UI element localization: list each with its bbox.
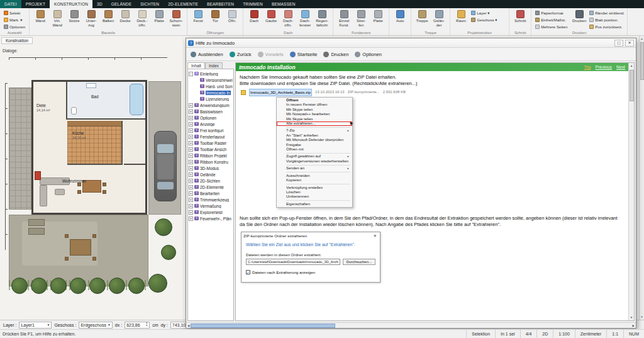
tree-item[interactable]: +Frei konfiguri	[189, 127, 233, 133]
expand-icon[interactable]: +	[189, 198, 193, 202]
tree-item[interactable]: +Explorerleist	[189, 209, 233, 215]
tree-item[interactable]: +Anwendungsum	[189, 102, 233, 108]
next-link[interactable]: Next	[616, 65, 625, 69]
context-menu-item[interactable]: An "Start" anheften	[277, 133, 352, 138]
context-menu-item[interactable]: 7-Zip▸	[277, 128, 352, 133]
tab-bearbeiten[interactable]: BEARBEITEN	[203, 0, 238, 8]
platte-button[interactable]: Platte	[151, 9, 167, 27]
dx-input[interactable]: 623,86▲▼	[125, 322, 150, 329]
balken-button[interactable]: Balken	[100, 9, 116, 27]
tab-konstruktion[interactable]: KONSTRUKTION	[50, 0, 92, 8]
tab-bemassen[interactable]: BEMASSEN	[267, 0, 300, 8]
help-horizontal-scrollbar[interactable]: ◀ ▶	[186, 322, 636, 328]
tree-item[interactable]: +Gelände	[189, 171, 233, 177]
expand-icon[interactable]: +	[189, 166, 193, 171]
streifenfundament-button[interactable]: Strei- fen	[353, 9, 369, 27]
context-menu-item[interactable]: Zugriff gewähren auf▸	[277, 154, 352, 159]
extract-path-input[interactable]	[246, 259, 340, 265]
regenfallrohr-button[interactable]: Regen- fallrohr	[314, 9, 330, 27]
expand-icon[interactable]: +	[189, 141, 193, 145]
tree-item[interactable]: +Ribbon Konstru	[189, 159, 233, 165]
schornstein-button[interactable]: Schorn- stein	[168, 9, 184, 27]
tree-item[interactable]: +Bearbeiten	[189, 190, 233, 196]
tab-index[interactable]: Index	[205, 62, 223, 69]
virt-wand-button[interactable]: Virt. Wand	[49, 9, 65, 27]
konstruktion-panel-tab[interactable]: Konstruktion	[1, 37, 33, 44]
spinner-icons[interactable]: ▲▼	[146, 322, 148, 327]
top-link[interactable]: Top	[584, 65, 591, 69]
scroll-down-icon[interactable]: ▼	[641, 314, 643, 320]
raender-einblenden-button[interactable]: Ränder einblend.	[588, 9, 625, 16]
einheit-massstab-button[interactable]: Einheit/Maßst.	[534, 16, 570, 23]
raum-button[interactable]: Raum	[453, 9, 469, 23]
context-menu-item[interactable]: Mit Notepad++ bearbeiten	[277, 112, 352, 116]
stuetze-button[interactable]: Stütze	[66, 9, 82, 27]
expand-icon[interactable]: +	[189, 172, 193, 177]
scrollbar-thumb[interactable]	[640, 42, 644, 80]
tab-inhalt[interactable]: Inhalt	[187, 62, 205, 69]
drucken-button[interactable]: Drucken	[571, 9, 587, 30]
schnitt-button[interactable]: Schnitt	[512, 9, 528, 23]
tree-item[interactable]: +Fensterlayout	[189, 133, 233, 140]
auto-button[interactable]: Auto	[392, 9, 408, 23]
tree-item[interactable]: +Ribbon Projekt	[189, 152, 233, 159]
expand-icon[interactable]: +	[189, 191, 193, 196]
expand-icon[interactable]: +	[189, 135, 193, 139]
tab-trimmen[interactable]: TRIMMEN	[238, 0, 267, 8]
context-menu-item[interactable]: Öffnen	[277, 98, 352, 103]
tree-item[interactable]: +2D-Sichten	[189, 177, 233, 184]
context-menu-item[interactable]: Verknüpfung erstellen	[277, 186, 352, 190]
tree-item[interactable]: Versionshinweis	[189, 77, 233, 83]
tree-item[interactable]: +2D-Elemente	[189, 184, 233, 190]
deckenoeffnung-button[interactable]: Deck.- öffn.	[134, 9, 150, 27]
context-menu-item[interactable]: Kopieren	[277, 178, 352, 183]
context-menu-item[interactable]: Senden an▸	[277, 166, 352, 171]
tab-gelaende[interactable]: GELÄNDE	[107, 0, 136, 8]
scroll-right-icon[interactable]: ▶	[633, 323, 635, 329]
fenster-button[interactable]: Fenst	[190, 9, 206, 23]
tree-item-immocado-installation[interactable]: Immocado In	[189, 89, 233, 96]
zurueck-button[interactable]: Zurück	[230, 52, 252, 57]
tab-2d-elemente[interactable]: 2D-ELEMENTE	[164, 0, 203, 8]
browse-button[interactable]: Durchsuchen...	[343, 259, 375, 265]
context-menu-item[interactable]: In neuem Fenster öffnen	[277, 103, 352, 107]
help-vertical-scrollbar[interactable]: ▲ ▼	[628, 63, 634, 320]
expand-icon[interactable]: +	[189, 110, 193, 114]
layer-select[interactable]: Layer1▼	[19, 322, 52, 329]
dach-button[interactable]: Dach	[246, 9, 262, 27]
unterzug-button[interactable]: Unter- zug	[83, 9, 99, 27]
expand-icon[interactable]: +	[189, 160, 193, 164]
expand-icon[interactable]: +	[189, 103, 193, 108]
tab-datei[interactable]: DATEI	[0, 0, 21, 8]
scrollbar-thumb[interactable]	[191, 324, 335, 328]
tab-sichten[interactable]: SICHTEN	[136, 0, 164, 8]
einzelfundament-button[interactable]: Einzel Fund.	[336, 9, 352, 27]
previous-link[interactable]: Previous	[596, 65, 612, 69]
tree-item[interactable]: +Optionen	[189, 115, 233, 121]
context-menu-item[interactable]: Löschen	[277, 190, 352, 194]
geschoss-dropdown[interactable]: Geschoss ▾	[470, 16, 506, 23]
plattenfundament-button[interactable]: Platte	[370, 9, 386, 27]
context-menu-item[interactable]: Öffnen mit	[277, 147, 352, 152]
blatt-positionieren-button[interactable]: Blatt position.	[588, 16, 625, 23]
checkbox-icon[interactable]: ✓	[246, 270, 250, 274]
dialog-close-icon[interactable]: ✕	[372, 233, 378, 239]
canvas-vertical-scrollbar[interactable]: ▲ ▼	[639, 36, 644, 320]
context-menu-item[interactable]: Eigenschaften	[277, 202, 352, 206]
ausblenden-button[interactable]: Ausblenden	[191, 52, 223, 57]
scroll-up-icon[interactable]: ▲	[630, 63, 633, 69]
context-menu-item[interactable]: Mit Skype teilen	[277, 117, 352, 121]
expand-icon[interactable]: +	[189, 204, 193, 208]
vorwaerts-button[interactable]: Vorwärts	[258, 52, 284, 57]
menu-item-alle-extrahieren[interactable]: Alle extrahieren...	[277, 121, 352, 126]
expand-icon[interactable]: +	[189, 179, 193, 183]
expand-icon[interactable]: +	[189, 217, 193, 221]
tree-item[interactable]: +Trimmwerkzeug	[189, 196, 233, 203]
context-menu-item[interactable]: Vorgängerversionen wiederherstellen	[277, 159, 352, 164]
gaube-button[interactable]: Gaube	[263, 9, 279, 27]
context-menu-item[interactable]: Freigabe	[277, 143, 352, 147]
wand-button[interactable]: Wand	[32, 9, 48, 27]
layer-dropdown[interactable]: Layer ▾	[470, 9, 506, 16]
context-menu-item[interactable]: Mit Skype teilen	[277, 108, 352, 112]
scroll-up-icon[interactable]: ▲	[641, 36, 643, 42]
